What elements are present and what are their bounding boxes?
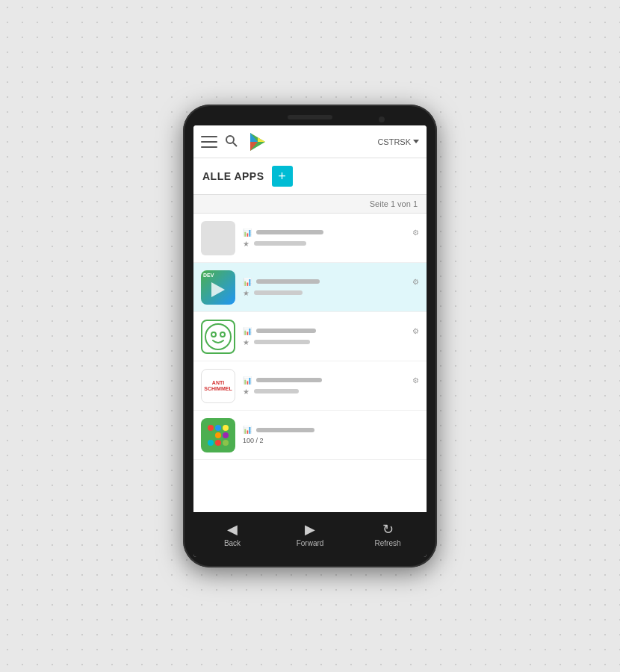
app-icon: DEV: [201, 270, 235, 305]
bottom-nav: ◀ Back ▶ Forward ↻ Refresh: [193, 512, 427, 557]
svg-point-9: [212, 333, 215, 336]
bar-chart-icon: 📊: [243, 278, 252, 286]
app-details: 📊 ⚙ ★: [243, 278, 419, 297]
app-rating-bar: [254, 290, 303, 295]
app-info-row-bottom: ★: [243, 240, 419, 248]
settings-icon: ⚙: [412, 327, 419, 335]
app-details: 📊 ⚙ ★: [243, 376, 419, 396]
list-item[interactable]: ANTISCHIMMEL 📊 ⚙ ★: [193, 361, 427, 411]
refresh-label: Refresh: [374, 539, 400, 547]
settings-icon: ⚙: [412, 228, 419, 237]
dev-label: DEV: [203, 273, 214, 278]
list-item[interactable]: 📊 ⚙ ★: [193, 214, 427, 263]
app-info-row-bottom: ★: [243, 289, 419, 297]
app-details: 📊 ⚙ ★: [243, 228, 419, 248]
app-icon: ANTISCHIMMEL: [201, 369, 235, 403]
back-icon: ◀: [227, 523, 238, 536]
app-info-row-top: 📊 ⚙: [243, 228, 419, 237]
phone-camera: [379, 116, 385, 122]
svg-point-6: [205, 324, 231, 349]
back-button[interactable]: ◀ Back: [193, 513, 271, 557]
app-details: 📊 ⚙ ★: [243, 327, 419, 346]
apps-header: ALLE APPS +: [193, 158, 427, 195]
bar-chart-icon: 📊: [243, 327, 252, 335]
app-rating-bar: [254, 340, 310, 344]
app-info-row-top: 📊 ⚙: [243, 376, 419, 385]
account-name: CSTRSK: [377, 137, 411, 146]
refresh-button[interactable]: ↻ Refresh: [349, 513, 427, 557]
star-icon: ★: [243, 338, 249, 346]
play-icon: [211, 282, 225, 297]
phone-frame: CSTRSK ALLE APPS + Seite 1 von 1 📊: [183, 105, 437, 567]
add-icon: +: [278, 169, 286, 183]
app-name-bar: [256, 279, 320, 284]
app-icon: [201, 418, 235, 452]
app-icon: [201, 221, 235, 255]
page-info: Seite 1 von 1: [193, 195, 427, 214]
search-icon[interactable]: [225, 134, 240, 149]
app-rating-bar: [254, 389, 299, 393]
count-label: 100 / 2: [243, 437, 264, 444]
star-icon: ★: [243, 388, 249, 396]
forward-button[interactable]: ▶ Forward: [271, 513, 349, 557]
app-name-bar: [256, 329, 316, 333]
app-name-bar: [256, 428, 314, 432]
app-info-row-bottom: ★: [243, 338, 419, 346]
dots-grid: [205, 423, 231, 448]
app-info-row-bottom: ★: [243, 388, 419, 396]
list-item[interactable]: 📊 ⚙ ★: [193, 312, 427, 361]
bar-chart-icon: 📊: [243, 426, 252, 434]
app-name-bar: [256, 378, 322, 382]
svg-point-10: [221, 333, 224, 336]
phone-screen: CSTRSK ALLE APPS + Seite 1 von 1 📊: [193, 125, 427, 557]
svg-marker-5: [258, 137, 265, 142]
menu-icon[interactable]: [201, 136, 217, 148]
bar-chart-icon: 📊: [243, 376, 252, 385]
list-item[interactable]: 📊 100 / 2: [193, 411, 427, 460]
settings-icon: ⚙: [412, 278, 419, 286]
anti-label: ANTISCHIMMEL: [204, 380, 232, 391]
app-list: 📊 ⚙ ★ DEV 📊: [193, 214, 427, 512]
app-info-row-top: 📊 ⚙: [243, 278, 419, 286]
app-rating-bar: [254, 241, 306, 246]
top-bar: CSTRSK: [193, 125, 427, 158]
refresh-icon: ↻: [382, 523, 394, 536]
forward-icon: ▶: [305, 523, 315, 536]
chevron-down-icon: [413, 140, 419, 143]
add-app-button[interactable]: +: [272, 166, 293, 187]
app-info-row-bottom: 100 / 2: [243, 437, 419, 444]
star-icon: ★: [243, 289, 249, 297]
svg-line-1: [233, 143, 237, 146]
app-details: 📊 100 / 2: [243, 426, 419, 444]
list-item[interactable]: DEV 📊 ⚙ ★: [193, 263, 427, 312]
forward-label: Forward: [297, 539, 324, 547]
app-name-bar: [256, 230, 323, 234]
account-label[interactable]: CSTRSK: [377, 137, 419, 146]
apps-title: ALLE APPS: [202, 170, 264, 182]
settings-icon: ⚙: [412, 376, 419, 385]
svg-point-0: [226, 136, 234, 143]
bar-chart-icon: 📊: [243, 228, 252, 237]
app-info-row-top: 📊: [243, 426, 419, 434]
back-label: Back: [224, 539, 241, 547]
app-icon: [201, 320, 235, 354]
star-icon: ★: [243, 240, 249, 248]
phone-speaker: [288, 115, 332, 119]
app-info-row-top: 📊 ⚙: [243, 327, 419, 335]
play-store-logo: [247, 131, 377, 152]
